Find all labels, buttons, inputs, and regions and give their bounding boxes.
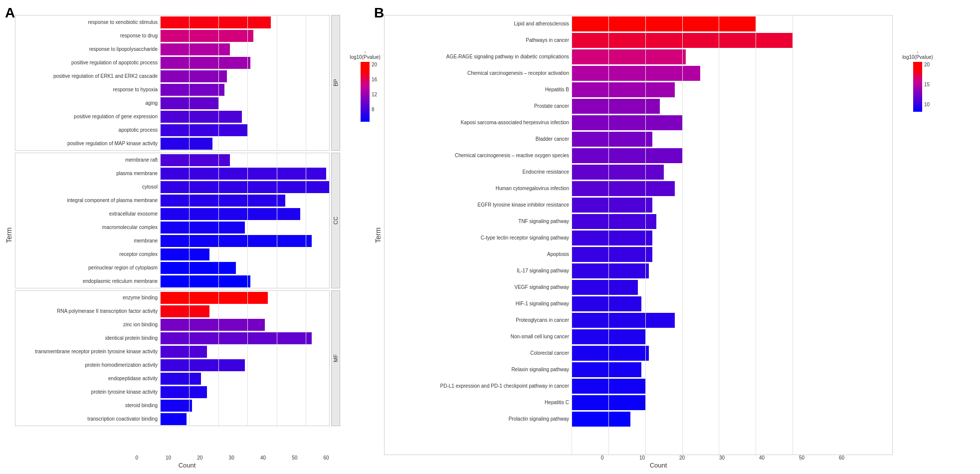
bar-row: steroid binding [15, 399, 329, 412]
bar-label: Colorectal cancer [385, 350, 572, 356]
bar-label: membrane [15, 238, 160, 243]
bar-fill [160, 208, 300, 220]
bar-fill [160, 195, 285, 207]
bar-fill [572, 165, 664, 180]
bars-CC: membrane raftplasma membranecytosolinteg… [15, 153, 330, 288]
bar-label: positive regulation of ERK1 and ERK2 cas… [15, 73, 160, 79]
panel-a-legend-gradient: 20 16 12 8 [361, 62, 370, 122]
panel-b-chart-area: Term Lipid and atherosclerosisPathways i… [374, 15, 938, 455]
panel-a-x-ticks: 0102030405060 [121, 455, 400, 461]
x-tick-label: 50 [279, 455, 310, 461]
bar-label: Proteoglycans in cancer [385, 317, 572, 323]
bar-fill [572, 329, 645, 344]
bar-row: protein homodimerization activity [15, 358, 329, 372]
bar-fill [572, 263, 649, 278]
bar-label: cytosol [15, 184, 160, 190]
bars-BP: response to xenobiotic stimulusresponse … [15, 15, 330, 151]
bar-label: Hepatitis B [385, 87, 572, 92]
bar-label: plasma membrane [15, 171, 160, 176]
bar-label: transmembrane receptor protein tyrosine … [15, 349, 160, 354]
bar-fill [160, 359, 245, 371]
bar-label: positive regulation of gene expression [15, 114, 160, 119]
section-MF: enzyme bindingRNA polymerase II transcri… [15, 290, 340, 426]
bar-row: positive regulation of MAP kinase activi… [15, 137, 329, 150]
main-container: A Term response to xenobiotic stimulusre… [5, 5, 975, 469]
bar-fill [160, 97, 218, 109]
bar-row: zinc ion binding [15, 318, 329, 331]
bar-label: enzyme binding [15, 295, 160, 300]
x-tick-label: 0 [121, 455, 153, 461]
panel-a-x-axis: 0102030405060 Count [20, 455, 354, 469]
bar-label: integral component of plasma membrane [15, 198, 160, 203]
bar-label: receptor complex [15, 251, 160, 257]
bar-fill [160, 332, 312, 344]
bar-row: Human cytomegalovirus infection [385, 180, 892, 197]
bar-label: Prostate cancer [385, 103, 572, 109]
panel-a: A Term response to xenobiotic stimulusre… [5, 5, 354, 469]
bar-fill [160, 111, 242, 123]
section-label-CC: CC [331, 153, 340, 288]
bar-row: response to drug [15, 29, 329, 42]
bar-label: aging [15, 100, 160, 106]
bar-fill [160, 181, 329, 193]
bar-label: Human cytomegalovirus infection [385, 186, 572, 191]
panel-b-legend-tick-1: 20 [924, 62, 930, 67]
bar-row: positive regulation of apoptotic process [15, 56, 329, 69]
bar-label: Kaposi sarcoma-associated herpesvirus in… [385, 120, 572, 125]
x-tick-label: 60 [822, 455, 862, 461]
bar-row: Prolactin signaling pathway [385, 411, 892, 427]
x-tick-label: 20 [184, 455, 215, 461]
bar-row: positive regulation of ERK1 and ERK2 cas… [15, 69, 329, 83]
bar-fill [572, 231, 652, 245]
bar-fill [160, 124, 247, 136]
bar-fill [572, 49, 686, 64]
bar-fill [572, 379, 645, 394]
bar-fill [572, 412, 630, 427]
bar-label: Pathways in cancer [385, 37, 572, 43]
bar-label: positive regulation of MAP kinase activi… [15, 141, 160, 146]
bar-label: RNA polymerase II transcription factor a… [15, 308, 160, 314]
bar-row: extracellular exosome [15, 207, 329, 221]
bar-row: plasma membrane [15, 167, 329, 180]
bar-fill [160, 305, 209, 317]
bar-fill [572, 33, 792, 48]
bar-row: Colorectal cancer [385, 345, 892, 361]
bar-row: receptor complex [15, 247, 329, 261]
bar-row: enzyme binding [15, 291, 329, 304]
bar-fill [572, 296, 641, 311]
bar-label: endoplasmic reticulum membrane [15, 278, 160, 284]
bar-label: membrane raft [15, 157, 160, 163]
bar-label: steroid binding [15, 403, 160, 408]
bar-label: C-type lectin receptor signaling pathway [385, 235, 572, 240]
bar-row: Chemical carcinogenesis – receptor activ… [385, 65, 892, 81]
bar-row: TNF signaling pathway [385, 213, 892, 230]
bar-fill [572, 99, 660, 114]
bar-label: HIF-1 signaling pathway [385, 301, 572, 306]
section-label-BP: BP [331, 15, 340, 151]
bar-fill [160, 413, 187, 425]
bar-fill [160, 57, 250, 69]
bar-fill [160, 222, 245, 234]
panel-b-legend-tick-2: 15 [924, 82, 930, 87]
bar-row: integral component of plasma membrane [15, 194, 329, 207]
bar-label: Apoptosis [385, 251, 572, 257]
bar-fill [572, 115, 682, 130]
bar-fill [160, 43, 230, 55]
bar-label: EGFR tyrosine kinase inhibitor resistanc… [385, 202, 572, 208]
bar-fill [572, 181, 675, 196]
bar-row: positive regulation of gene expression [15, 110, 329, 123]
bar-label: Prolactin signaling pathway [385, 416, 572, 422]
bar-label: positive regulation of apoptotic process [15, 60, 160, 65]
bar-row: perinuclear region of cytoplasm [15, 261, 329, 274]
section-label-MF: MF [331, 290, 340, 426]
bar-row: AGE-RAGE signaling pathway in diabetic c… [385, 48, 892, 65]
bar-label: Chemical carcinogenesis – receptor activ… [385, 70, 572, 76]
bar-fill [572, 362, 641, 377]
bar-fill [572, 198, 652, 213]
bar-row: transcription coactivator binding [15, 412, 329, 426]
section-BP: response to xenobiotic stimulusresponse … [15, 15, 340, 151]
panel-a-x-label: Count [179, 462, 196, 469]
bar-fill [572, 148, 682, 163]
bar-fill [160, 275, 250, 287]
bar-label: Hepatitis C [385, 400, 572, 405]
